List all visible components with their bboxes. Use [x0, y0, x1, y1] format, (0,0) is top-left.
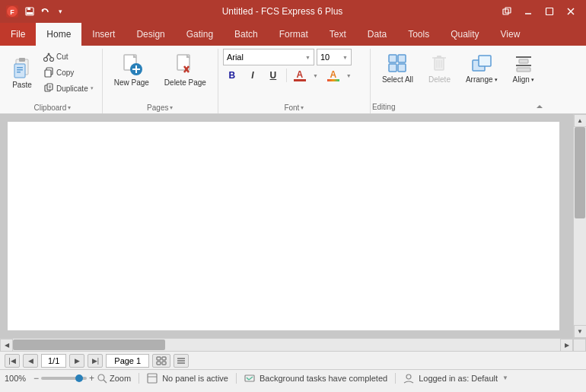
- font-expand-icon[interactable]: ▾: [301, 104, 304, 111]
- svg-line-69: [249, 377, 253, 380]
- tab-quality[interactable]: Quality: [440, 23, 489, 46]
- tab-design[interactable]: Design: [126, 23, 175, 46]
- tab-gating[interactable]: Gating: [176, 23, 224, 46]
- bg-tasks-icon: [244, 373, 255, 384]
- tab-data[interactable]: Data: [357, 23, 397, 46]
- svg-rect-57: [162, 357, 166, 360]
- nav-last-btn[interactable]: ▶|: [88, 354, 103, 368]
- highlight-dropdown[interactable]: ▼: [346, 73, 352, 78]
- canvas-area[interactable]: [0, 114, 573, 338]
- cut-label: Cut: [56, 53, 68, 61]
- font-size-dropdown-icon: ▼: [342, 55, 348, 60]
- window-title: Untitled - FCS Express 6 Plus: [67, 6, 498, 17]
- font-sep: [286, 69, 287, 82]
- svg-rect-56: [157, 357, 161, 360]
- cut-button[interactable]: Cut: [40, 49, 97, 64]
- font-color-dropdown[interactable]: ▼: [313, 73, 318, 78]
- vscroll-thumb[interactable]: [575, 127, 585, 218]
- vscroll-track[interactable]: [574, 127, 586, 325]
- logged-in-status: Logged in as: Default: [419, 374, 498, 383]
- qa-undo-btn[interactable]: [38, 5, 52, 18]
- svg-rect-42: [398, 64, 406, 72]
- svg-rect-15: [17, 67, 23, 69]
- paste-button[interactable]: Paste: [6, 49, 38, 96]
- quick-access-toolbar: ▾: [23, 5, 67, 18]
- hscroll-right-btn[interactable]: ▶: [560, 339, 573, 352]
- tab-batch[interactable]: Batch: [224, 23, 269, 46]
- copy-label: Copy: [56, 69, 74, 77]
- editing-group: Select All Delete Arr: [371, 49, 546, 113]
- duplicate-dropdown[interactable]: ▾: [91, 85, 94, 91]
- vscroll-down-btn[interactable]: ▼: [574, 325, 587, 338]
- clipboard-expand-icon[interactable]: ▾: [68, 104, 71, 111]
- minimize-btn[interactable]: [519, 4, 537, 19]
- hscroll-track[interactable]: [13, 339, 560, 351]
- vertical-scrollbar[interactable]: ▲ ▼: [573, 114, 586, 338]
- highlight-color-letter: A: [330, 70, 336, 79]
- new-page-button[interactable]: New Page: [107, 49, 156, 91]
- svg-rect-41: [389, 64, 397, 72]
- arrange-button[interactable]: Arrange ▾: [459, 49, 505, 88]
- ribbon-collapse-btn[interactable]: [535, 101, 544, 112]
- restore-btn[interactable]: [498, 4, 516, 19]
- tab-insert[interactable]: Insert: [81, 23, 126, 46]
- align-label: Align ▾: [513, 75, 534, 84]
- tab-tools[interactable]: Tools: [397, 23, 440, 46]
- copy-button[interactable]: Copy: [40, 65, 97, 80]
- bold-button[interactable]: B: [223, 67, 241, 84]
- tab-home[interactable]: Home: [36, 21, 81, 46]
- highlight-color-button[interactable]: A: [324, 67, 342, 84]
- tab-text[interactable]: Text: [319, 23, 357, 46]
- svg-rect-52: [519, 59, 528, 63]
- pages-expand-icon[interactable]: ▾: [170, 104, 173, 111]
- svg-rect-50: [479, 56, 491, 66]
- page-list-btn[interactable]: [174, 354, 189, 368]
- font-group-label: Font ▾: [218, 104, 370, 112]
- tab-file[interactable]: File: [0, 23, 36, 46]
- nav-prev-btn[interactable]: ◀: [23, 354, 38, 368]
- zoom-plus-btn[interactable]: +: [89, 373, 94, 384]
- panel-status: No panel is active: [162, 374, 228, 383]
- font-size-select[interactable]: 10 ▼: [317, 49, 352, 65]
- align-button[interactable]: Align ▾: [506, 49, 541, 88]
- horizontal-scrollbar[interactable]: ◀ ▶: [0, 338, 586, 351]
- page-navigation: |◀ ◀ 1/1 ▶ ▶| Page 1: [0, 351, 586, 369]
- font-color-letter: A: [297, 70, 304, 79]
- zoom-minus-btn[interactable]: −: [33, 373, 39, 384]
- qa-dropdown-btn[interactable]: ▾: [53, 5, 67, 18]
- svg-rect-59: [162, 362, 166, 365]
- svg-line-21: [48, 53, 52, 58]
- vscroll-up-btn[interactable]: ▲: [574, 114, 587, 127]
- hscroll-thumb[interactable]: [13, 339, 165, 350]
- zoom-handle[interactable]: [75, 374, 83, 382]
- tab-format[interactable]: Format: [269, 23, 319, 46]
- maximize-btn[interactable]: [540, 4, 559, 19]
- nav-next-btn[interactable]: ▶: [69, 354, 84, 368]
- duplicate-icon: [43, 83, 54, 94]
- hscroll-left-btn[interactable]: ◀: [0, 339, 13, 352]
- page-indicator[interactable]: 1/1: [41, 354, 66, 368]
- qa-save-btn[interactable]: [23, 5, 37, 18]
- select-all-label: Select All: [382, 75, 413, 84]
- svg-rect-4: [27, 12, 33, 14]
- svg-rect-16: [17, 69, 23, 71]
- logged-in-dropdown[interactable]: ▼: [502, 374, 508, 381]
- page-thumbnail-btn[interactable]: [152, 354, 170, 368]
- duplicate-button[interactable]: Duplicate ▾: [40, 81, 97, 96]
- font-color-button[interactable]: A: [291, 67, 309, 84]
- title-left: F ▾: [6, 5, 67, 18]
- underline-button[interactable]: U: [264, 67, 282, 84]
- select-all-button[interactable]: Select All: [375, 49, 420, 88]
- delete-page-button[interactable]: Delete Page: [158, 49, 213, 91]
- svg-point-18: [44, 58, 48, 62]
- close-btn[interactable]: [562, 4, 580, 19]
- nav-first-btn[interactable]: |◀: [5, 354, 20, 368]
- font-face-select[interactable]: Arial ▼: [223, 49, 314, 65]
- font-size-value: 10: [320, 53, 330, 62]
- svg-line-68: [247, 378, 249, 380]
- zoom-slider[interactable]: [41, 377, 87, 380]
- page-label[interactable]: Page 1: [106, 354, 149, 368]
- italic-button[interactable]: I: [244, 67, 262, 84]
- tab-view[interactable]: View: [490, 23, 531, 46]
- delete-button[interactable]: Delete: [422, 49, 457, 88]
